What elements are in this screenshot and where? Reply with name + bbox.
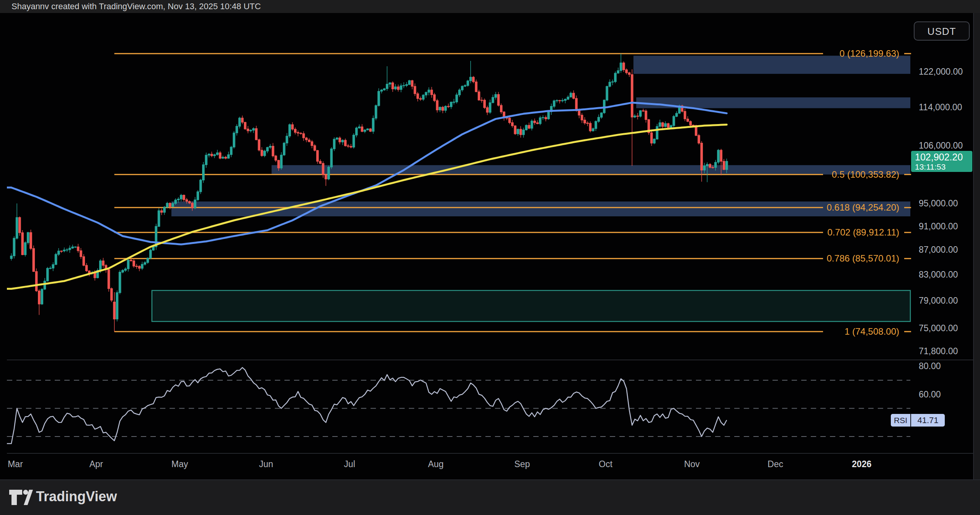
rsi-label: RSI	[891, 414, 910, 427]
price-axis-tick[interactable]: 114,000.00	[919, 102, 962, 112]
rsi-value: 41.71	[911, 414, 945, 427]
rsi-axis-tick[interactable]: 80.00	[919, 361, 941, 371]
price-axis-tick[interactable]: 95,000.00	[919, 198, 958, 208]
price-axis-tick[interactable]: 122,000.00	[919, 67, 963, 77]
price-axis-tick[interactable]: 71,800.00	[919, 346, 958, 356]
price-axis-tick[interactable]: 79,000.00	[919, 296, 958, 306]
rsi-value-badge: RSI 41.71	[891, 414, 945, 427]
price-axis-tick[interactable]: 106,000.00	[919, 141, 963, 150]
fib-label: 0 (126,199.63)	[840, 48, 899, 59]
time-axis-label-jun[interactable]: Jun	[243, 459, 289, 469]
time-axis-label-dec[interactable]: Dec	[753, 459, 799, 469]
page-margin	[973, 13, 980, 480]
time-axis-label-aug[interactable]: Aug	[413, 459, 459, 469]
time-axis-label-nov[interactable]: Nov	[669, 459, 715, 469]
fib-label: 0.702 (89,912.11)	[827, 227, 899, 238]
attribution-text: Shayannv created with TradingView.com, N…	[11, 0, 261, 13]
fib-label: 0.786 (85,570.01)	[827, 253, 899, 264]
attribution-bar: Shayannv created with TradingView.com, N…	[0, 0, 980, 13]
time-axis-label-sep[interactable]: Sep	[499, 459, 545, 469]
time-axis-label-jul[interactable]: Jul	[327, 459, 372, 469]
price-axis-tick[interactable]: 91,000.00	[919, 221, 958, 231]
time-axis-label-2026[interactable]: 2026	[839, 459, 885, 469]
chart-canvas[interactable]	[0, 13, 973, 480]
currency-toggle-button[interactable]: USDT	[914, 21, 970, 41]
time-axis-label-apr[interactable]: Apr	[73, 459, 119, 469]
price-axis-tick[interactable]: 83,000.00	[919, 270, 958, 280]
tradingview-wordmark[interactable]: TradingView	[36, 489, 117, 505]
price-axis-tick[interactable]: 75,000.00	[919, 323, 958, 333]
price-axis-tick[interactable]: 87,000.00	[919, 245, 958, 255]
brand-bar: TradingView	[0, 480, 980, 515]
time-axis-label-may[interactable]: May	[157, 459, 203, 469]
tradingview-chart-screenshot: Shayannv created with TradingView.com, N…	[0, 0, 980, 515]
last-price-badge: 102,902.20 13:11:53	[911, 151, 972, 172]
rsi-axis-tick[interactable]: 60.00	[919, 389, 941, 399]
tradingview-logo-icon[interactable]	[8, 489, 34, 507]
fib-label: 0.618 (94,254.20)	[827, 202, 899, 213]
bar-countdown: 13:11:53	[915, 163, 972, 171]
fib-label: 1 (74,508.00)	[844, 326, 899, 337]
fib-label: 0.5 (100,353.82)	[832, 169, 899, 180]
last-price-value: 102,902.20	[915, 152, 972, 163]
time-axis-label-oct[interactable]: Oct	[583, 459, 629, 469]
time-axis-label-mar[interactable]: Mar	[0, 459, 38, 469]
